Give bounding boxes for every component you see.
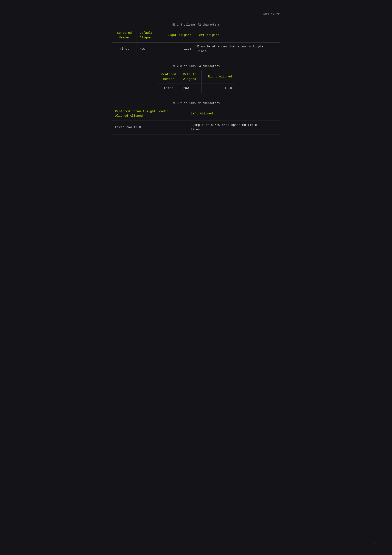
- table1-header-col3: Right Aligned: [159, 29, 194, 43]
- table-row: First row 12.0: [157, 84, 235, 93]
- table3-header-col1: Centered Default Right HeaderAligned Ali…: [112, 107, 188, 121]
- table2-caption: 表 2 3 columns 34 characters: [112, 64, 280, 68]
- table-2: CenteredHeader DefaultAligned Right Alig…: [157, 70, 235, 93]
- table3-row1-col2: Example of a row that spans multipleline…: [188, 121, 280, 134]
- table1-header-col1: CenteredHeader: [112, 29, 137, 43]
- table1-row1-col3: 12.0: [159, 42, 194, 56]
- page-number: 1: [374, 542, 376, 547]
- table2-header-col1: CenteredHeader: [157, 70, 180, 84]
- table2-header-col3: Right Aligned: [201, 70, 235, 84]
- table2-row1-col2: row: [180, 84, 201, 93]
- table1-caption: 表 1 4 columns 72 characters: [112, 23, 280, 27]
- table2-wrapper: CenteredHeader DefaultAligned Right Alig…: [112, 70, 280, 101]
- table2-row1-col1: First: [157, 84, 180, 93]
- table1-row1-col4: Example of a row that spans multipleline…: [194, 42, 280, 56]
- table-row: First row 12.0 Example of a row that spa…: [112, 121, 280, 134]
- table-row: First row 12.0 Example of a row that spa…: [112, 42, 280, 56]
- table-3: Centered Default Right HeaderAligned Ali…: [112, 107, 280, 134]
- table2-header-col2: DefaultAligned: [180, 70, 201, 84]
- table2-row1-col3: 12.0: [201, 84, 235, 93]
- table3-row1-col1: First row 12.0: [112, 121, 188, 134]
- table3-caption: 表 3 2 columns 72 characters: [112, 101, 280, 105]
- table1-row1-col1: First: [112, 42, 137, 56]
- table1-header-col2: DefaultAligned: [137, 29, 159, 43]
- table3-header-col2: Left Aligned: [188, 107, 280, 121]
- table-1: CenteredHeader DefaultAligned Right Alig…: [112, 29, 280, 56]
- table1-row1-col2: row: [137, 42, 159, 56]
- page-date: 2024-12-22: [112, 12, 280, 16]
- table1-header-col4: Left Aligned: [194, 29, 280, 43]
